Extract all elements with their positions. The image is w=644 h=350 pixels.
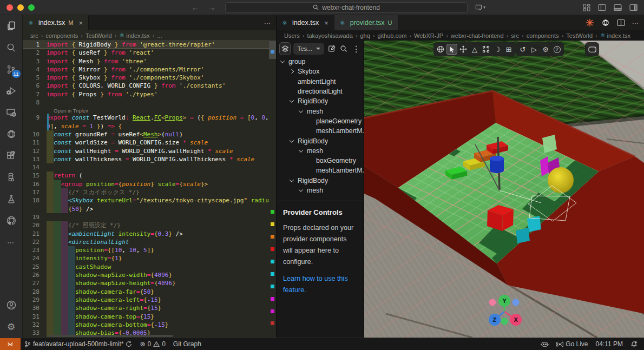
code-line[interactable]: 20{/* 照明設定 */} (23, 221, 276, 229)
toggle-panel-icon[interactable] (614, 4, 622, 11)
code-line[interactable]: 21<ambientLight intensity={0.3} /> (23, 230, 276, 238)
chevron-down-icon[interactable] (280, 58, 285, 63)
close-tab-icon[interactable]: × (78, 19, 83, 27)
code-line[interactable]: 19 (23, 213, 276, 221)
axis-gizmo[interactable]: Y X Z (484, 294, 524, 334)
layers-icon[interactable] (279, 42, 291, 55)
scale-tool-icon[interactable]: △ (469, 44, 480, 55)
run-debug-icon[interactable] (0, 80, 23, 102)
breadcrumb-item[interactable]: components (527, 32, 559, 39)
code-line[interactable]: 1import { RigidBody } from '@react-three… (23, 41, 276, 49)
tab-index-tsx-left[interactable]: ⚛ index.tsx M × (23, 15, 89, 30)
chevron-right-icon[interactable] (290, 69, 294, 74)
triplex-viewport[interactable]: Y X Z △ ☽ (364, 41, 644, 338)
code-line[interactable]: 24intensity={1} (23, 254, 276, 262)
code-line[interactable]: 12const wallHeight = WORLD_CONFIG.wallHe… (23, 147, 276, 155)
breadcrumb[interactable]: src›components›TestWorld›⚛index.tsx›... (23, 30, 276, 41)
github-icon[interactable] (0, 210, 23, 232)
sync-icon[interactable] (126, 341, 132, 347)
chevron-down-icon[interactable] (299, 187, 303, 191)
settings-gear-icon[interactable]: ⚙ (540, 44, 551, 55)
gizmo-neg-x-axis[interactable] (489, 299, 496, 306)
code-line[interactable]: 11const worldSize = WORLD_CONFIG.size * … (23, 138, 276, 147)
moon-icon[interactable]: ☽ (492, 44, 503, 55)
code-line[interactable]: 23position={[10, 10, 5]} (23, 246, 276, 254)
starburst-icon[interactable] (586, 18, 594, 27)
tree-item-skybox[interactable]: Skybox (277, 67, 364, 76)
tree-item-rigidbody[interactable]: RigidBody (277, 136, 364, 146)
breadcrumb-item[interactable]: TestWorld (86, 32, 112, 39)
code-lens[interactable]: Open in Triplex (23, 107, 276, 114)
breadcrumb[interactable]: Users›takayoshisawada›ghq›github.com›Web… (277, 30, 644, 41)
code-line[interactable]: 29shadow-camera-left={-15} (23, 296, 276, 304)
manage-remote-button[interactable]: ▾ (475, 4, 485, 11)
code-line[interactable]: 28shadow-camera-far={50} (23, 288, 276, 296)
problems-item[interactable]: ⊗ 0 0 (136, 338, 169, 350)
code-line[interactable]: 16<group position={position} scale={scal… (23, 180, 276, 188)
code-line[interactable]: 27shadow-mapSize-height={4096} (23, 279, 276, 287)
tab-provider-tsx[interactable]: ⚛ provider.tsx U (334, 15, 398, 30)
openai-icon[interactable] (601, 18, 610, 27)
gizmo-neg-y-axis[interactable] (501, 318, 508, 325)
remote-explorer-icon[interactable] (0, 102, 23, 123)
forward-icon[interactable]: → (208, 3, 215, 12)
code-line[interactable]: {50} /> (23, 205, 276, 213)
breadcrumb-item[interactable]: takayoshisawada (307, 32, 352, 39)
grid-panels-icon[interactable]: ⊞ (503, 44, 514, 55)
code-line[interactable]: 8 (23, 98, 276, 107)
tree-item-group[interactable]: group (277, 57, 364, 67)
gizmo-neg-z-axis[interactable] (512, 299, 520, 306)
code-line[interactable]: 25castShadow (23, 263, 276, 271)
code-line[interactable]: 18<Skybox textureUrl="/textures/tokyo-ci… (23, 196, 276, 204)
provider-controls-link[interactable]: Learn how to use this feature. (283, 273, 357, 296)
settings-gear-icon[interactable]: ⚙ (0, 316, 23, 338)
breadcrumb-item[interactable]: components (45, 32, 78, 39)
code-line[interactable]: 10const groundRef = useRef<Mesh>(null) (23, 130, 276, 138)
search-icon[interactable] (339, 43, 349, 55)
code-line[interactable]: 31shadow-camera-top={15} (23, 313, 276, 321)
help-icon[interactable]: ? (551, 44, 562, 55)
breadcrumb-item[interactable]: github.com (378, 32, 407, 39)
breadcrumb-item[interactable]: WebXR-JP (414, 32, 443, 39)
undo-icon[interactable]: ↺ (517, 44, 528, 55)
tree-item-rigidbody[interactable]: RigidBody (277, 176, 364, 186)
yellow-sphere[interactable] (548, 167, 574, 193)
breadcrumb-item[interactable]: webxr-chat-frontend (451, 32, 504, 39)
zoom-window-button[interactable] (28, 4, 35, 11)
chevron-down-icon[interactable] (299, 148, 303, 152)
play-icon[interactable]: ▷ (529, 44, 540, 55)
scene-select[interactable]: Tes... (293, 43, 324, 55)
code-line[interactable]: 7import { Props } from './types' (23, 90, 276, 98)
frame-camera-icon[interactable] (587, 44, 597, 55)
go-live-item[interactable]: Go Live (553, 340, 592, 348)
breadcrumb-item[interactable]: index.tsx (607, 32, 630, 39)
horizontal-scrollbar[interactable] (49, 335, 173, 337)
tree-item-rigidbody[interactable]: RigidBody (277, 96, 364, 106)
chevron-down-icon[interactable] (299, 108, 303, 113)
copilot-item[interactable] (537, 341, 553, 348)
toggle-secondary-sidebar-icon[interactable] (629, 4, 638, 11)
code-editor[interactable]: 1import { RigidBody } from '@react-three… (23, 41, 276, 338)
scene-canvas[interactable]: Y X Z (364, 41, 644, 338)
code-line[interactable]: 9export const TestWorld: React.FC<Props>… (23, 114, 276, 122)
kebab-menu-icon[interactable]: ⋮ (351, 43, 361, 55)
code-line[interactable]: 5import { Skybox } from './components/Sk… (23, 74, 276, 82)
remote-indicator[interactable] (0, 338, 21, 350)
breadcrumb-item[interactable]: ghq (360, 32, 370, 39)
tree-item-meshlambertm[interactable]: meshLambertM... (277, 166, 364, 175)
tree-item-mesh[interactable]: mesh (277, 186, 364, 195)
tree-item-directionallight[interactable]: directionalLight (277, 87, 364, 96)
new-file-icon[interactable] (327, 43, 337, 55)
search-sidebar-icon[interactable] (0, 37, 23, 58)
code-line[interactable]: 17{/* スカイボックス */} (23, 188, 276, 196)
editor-actions-more-icon[interactable]: ⋯ (264, 19, 271, 27)
code-line[interactable]: 15return ( (23, 171, 276, 180)
blue-cylinder[interactable] (490, 156, 504, 173)
git-branch-item[interactable]: feat/avatar-upload-500mb-limit* (21, 338, 136, 350)
overview-ruler[interactable] (269, 41, 276, 338)
git-graph-item[interactable]: Git Graph (169, 338, 205, 350)
tree-item-planegeometry[interactable]: planeGeometry (277, 116, 364, 126)
tree-item-boxgeometry[interactable]: boxGeometry (277, 156, 364, 166)
figma-icon[interactable] (0, 167, 23, 188)
customize-layout-icon[interactable] (583, 4, 590, 11)
